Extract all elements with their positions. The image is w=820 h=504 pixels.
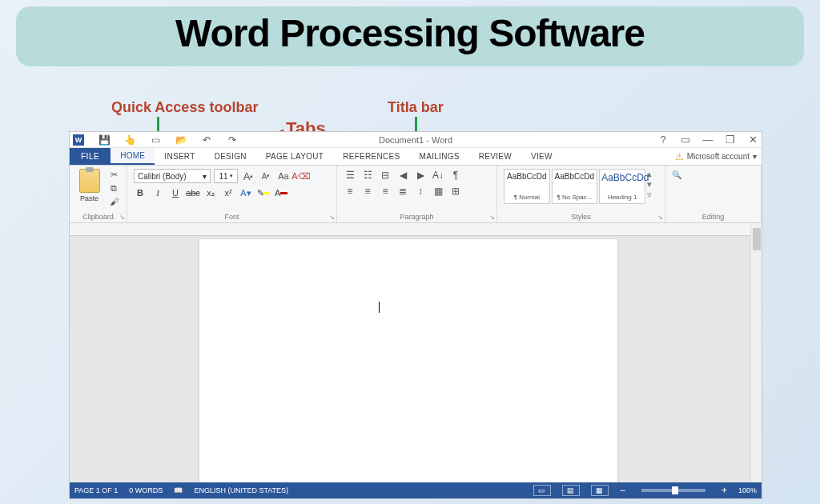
status-language[interactable]: ENGLISH (UNITED STATES) xyxy=(194,486,288,494)
increase-indent-icon[interactable]: ▶ xyxy=(414,169,427,182)
grow-font-icon[interactable]: A▴ xyxy=(241,169,255,183)
ribbon-options-icon[interactable]: ▭ xyxy=(680,134,691,146)
status-page[interactable]: PAGE 1 OF 1 xyxy=(74,486,118,494)
align-left-icon[interactable]: ≡ xyxy=(344,185,356,198)
group-font: Calibri (Body)▾ 11▾ A▴ A▾ Aa A⌫ B I U ab… xyxy=(127,166,337,222)
qat-save-icon[interactable]: 💾 xyxy=(98,134,110,146)
styles-more-icon[interactable]: ▿ xyxy=(647,190,658,200)
quick-access-toolbar-row: W 💾 👆 ▭ 📂 ↶ ↷ Document1 - Word ? ▭ — ❐ ✕ xyxy=(70,132,762,148)
format-painter-icon[interactable]: 🖌 xyxy=(107,196,120,207)
tab-view[interactable]: VIEW xyxy=(521,148,562,165)
justify-icon[interactable]: ≣ xyxy=(396,185,409,198)
word-app-window: W 💾 👆 ▭ 📂 ↶ ↷ Document1 - Word ? ▭ — ❐ ✕… xyxy=(69,131,762,499)
highlight-color-icon[interactable]: ✎ xyxy=(257,186,270,199)
tab-design[interactable]: DESIGN xyxy=(205,148,256,165)
view-read-mode-icon[interactable]: ▭ xyxy=(533,485,551,496)
numbering-icon[interactable]: ☷ xyxy=(361,169,374,182)
underline-button[interactable]: U xyxy=(169,186,182,199)
qat-undo-icon[interactable]: ↶ xyxy=(201,134,212,146)
bullets-icon[interactable]: ☰ xyxy=(344,169,356,182)
close-icon[interactable]: ✕ xyxy=(747,134,758,146)
horizontal-ruler[interactable] xyxy=(70,223,762,236)
scrollbar-thumb[interactable] xyxy=(753,228,761,250)
cut-icon[interactable]: ✂ xyxy=(107,169,120,180)
shading-icon[interactable]: ▦ xyxy=(432,185,444,198)
tab-references[interactable]: REFERENCES xyxy=(333,148,409,165)
tab-mailings[interactable]: MAILINGS xyxy=(410,148,469,165)
file-tab[interactable]: FILE xyxy=(70,148,111,165)
ribbon-tabs-row: FILE HOME INSERT DESIGN PAGE LAYOUT REFE… xyxy=(70,148,762,166)
qat-open-icon[interactable]: 📂 xyxy=(175,134,187,146)
tab-insert[interactable]: INSERT xyxy=(155,148,204,165)
view-print-layout-icon[interactable]: ▤ xyxy=(562,485,580,496)
tab-home[interactable]: HOME xyxy=(111,148,155,165)
help-icon[interactable]: ? xyxy=(657,134,669,146)
style-nospacing[interactable]: AaBbCcDd ¶ No Spac... xyxy=(552,169,598,204)
group-paragraph: ☰ ☷ ⊟ ◀ ▶ A↓ ¶ ≡ ≡ ≡ ≣ ↕ ▦ ⊞ P xyxy=(337,166,497,222)
multilevel-icon[interactable]: ⊟ xyxy=(379,169,392,182)
page-title: Word Processing Software xyxy=(32,11,788,55)
change-case-icon[interactable]: Aa xyxy=(276,169,291,183)
bold-button[interactable]: B xyxy=(134,186,147,199)
editing-group-label: Editing xyxy=(672,211,754,221)
qat-touch-icon[interactable]: 👆 xyxy=(124,134,135,146)
paragraph-group-label: Paragraph xyxy=(344,211,490,221)
styles-launcher-icon[interactable]: ↘ xyxy=(657,214,663,221)
shrink-font-icon[interactable]: A▾ xyxy=(259,169,273,183)
subscript-button[interactable]: x₂ xyxy=(204,186,217,199)
tab-review[interactable]: REVIEW xyxy=(469,148,521,165)
tab-page-layout[interactable]: PAGE LAYOUT xyxy=(256,148,333,165)
font-name-select[interactable]: Calibri (Body)▾ xyxy=(134,169,211,183)
zoom-slider-knob[interactable] xyxy=(672,486,678,494)
view-web-layout-icon[interactable]: ▦ xyxy=(591,485,609,496)
font-size-select[interactable]: 11▾ xyxy=(214,169,238,183)
styles-group-label: Styles xyxy=(504,211,658,221)
qat-redo-icon[interactable]: ↷ xyxy=(227,134,238,146)
font-launcher-icon[interactable]: ↘ xyxy=(329,214,335,221)
sort-icon[interactable]: A↓ xyxy=(432,169,444,182)
zoom-out-icon[interactable]: − xyxy=(620,485,625,496)
zoom-in-icon[interactable]: + xyxy=(722,485,727,496)
minimize-icon[interactable]: — xyxy=(702,134,713,146)
copy-icon[interactable]: ⧉ xyxy=(107,182,120,194)
find-button[interactable]: 🔍 xyxy=(672,169,681,180)
vertical-scrollbar[interactable] xyxy=(750,223,762,482)
line-spacing-icon[interactable]: ↕ xyxy=(414,185,427,198)
word-app-icon: W xyxy=(73,134,84,146)
qat-new-icon[interactable]: ▭ xyxy=(150,134,161,146)
account-signin[interactable]: ⚠ Microsoft account ▾ xyxy=(675,148,757,165)
paragraph-launcher-icon[interactable]: ↘ xyxy=(489,214,495,221)
group-styles: AaBbCcDd ¶ Normal AaBbCcDd ¶ No Spac... … xyxy=(497,166,665,222)
superscript-button[interactable]: x² xyxy=(222,186,235,199)
style-normal[interactable]: AaBbCcDd ¶ Normal xyxy=(504,169,550,204)
borders-icon[interactable]: ⊞ xyxy=(449,185,462,198)
align-right-icon[interactable]: ≡ xyxy=(379,185,392,198)
clear-format-icon[interactable]: A⌫ xyxy=(294,169,308,183)
styles-scroll-down-icon[interactable]: ▾ xyxy=(647,179,658,190)
document-page[interactable] xyxy=(199,239,617,482)
group-editing: 🔍 Editing xyxy=(665,166,762,222)
chevron-down-icon: ▾ xyxy=(203,172,207,181)
paste-button[interactable]: Paste xyxy=(76,169,102,202)
decrease-indent-icon[interactable]: ◀ xyxy=(396,169,409,182)
clipboard-icon xyxy=(79,169,100,193)
group-clipboard: Paste ✂ ⧉ 🖌 Clipboard ↘ xyxy=(70,166,127,222)
italic-button[interactable]: I xyxy=(151,186,164,199)
restore-icon[interactable]: ❐ xyxy=(725,134,736,146)
text-effects-icon[interactable]: A▾ xyxy=(239,186,252,199)
zoom-percent[interactable]: 100% xyxy=(738,486,757,494)
page-title-banner: Word Processing Software xyxy=(16,6,804,66)
status-bar: PAGE 1 OF 1 0 WORDS 📖 ENGLISH (UNITED ST… xyxy=(70,482,762,498)
font-color-icon[interactable]: A xyxy=(275,186,287,199)
status-words[interactable]: 0 WORDS xyxy=(129,486,163,494)
status-proofing-icon[interactable]: 📖 xyxy=(174,486,183,494)
clipboard-launcher-icon[interactable]: ↘ xyxy=(119,214,125,221)
styles-scroll-up-icon[interactable]: ▴ xyxy=(647,169,658,179)
zoom-slider[interactable] xyxy=(641,489,705,492)
align-center-icon[interactable]: ≡ xyxy=(361,185,374,198)
strike-button[interactable]: abc xyxy=(187,186,199,199)
show-marks-icon[interactable]: ¶ xyxy=(449,169,462,182)
find-icon: 🔍 xyxy=(672,170,681,179)
style-heading1[interactable]: AaBbCcDd Heading 1 xyxy=(599,169,645,204)
document-area xyxy=(70,223,762,482)
